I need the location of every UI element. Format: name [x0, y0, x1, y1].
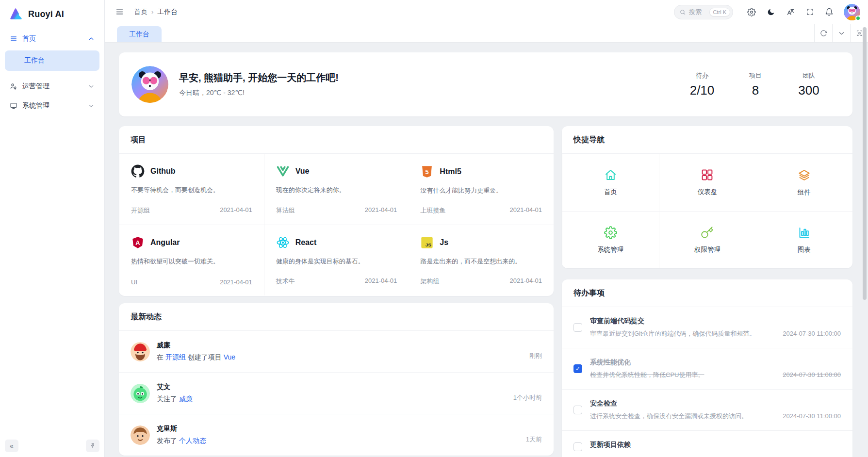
quick-nav-label: 首页 — [604, 188, 617, 196]
activity-avatar — [131, 425, 150, 445]
sidebar-item-system[interactable]: 系统管理 — [5, 96, 99, 115]
activity-link[interactable]: Vue — [224, 353, 235, 361]
stat-item: 团队 300 — [796, 71, 821, 98]
sidebar-item-operations[interactable]: 运营管理 — [5, 77, 99, 96]
activity-time: 1天前 — [526, 435, 542, 445]
activity-link[interactable]: 个人动态 — [179, 437, 206, 444]
tab-workbench[interactable]: 工作台 — [117, 26, 162, 42]
project-name: Html5 — [440, 167, 461, 176]
menu-icon — [10, 35, 17, 43]
todo-description: 进行系统安全检查，确保没有安全漏洞或未授权的访问。 — [590, 412, 777, 421]
todo-timestamp: 2024-07-30 11:00:00 — [783, 412, 841, 420]
todo-title: 安全检查 — [590, 399, 841, 408]
activity-link[interactable]: 威廉 — [179, 395, 193, 403]
project-item[interactable]: Angular 热情和欲望可以突破一切难关。 UI 2021-04-01 — [119, 225, 264, 295]
activity-line: 发布了 个人动态 — [157, 437, 206, 445]
activity-user-name: 艾文 — [157, 383, 193, 392]
user-avatar[interactable] — [844, 4, 860, 20]
quick-nav-item[interactable]: 仪表盘 — [659, 154, 756, 211]
quick-nav-grid: 首页 仪表盘 组件 — [562, 154, 852, 268]
sidebar-item-workbench[interactable]: 工作台 — [5, 50, 99, 71]
quick-nav-item[interactable]: 图表 — [755, 211, 852, 268]
sidebar-collapse-button[interactable]: « — [5, 440, 18, 452]
activities-list: 威廉 在 开源组 创建了项目 Vue 刚刚 艾文 — [119, 331, 554, 456]
todo-checkbox[interactable]: ✓ — [573, 442, 582, 451]
notifications-button[interactable] — [821, 4, 837, 20]
refresh-tab-button[interactable] — [814, 24, 832, 42]
todo-title: 系统性能优化 — [590, 358, 841, 367]
welcome-title: 早安, 熊猫助手, 开始您一天的工作吧! — [179, 71, 339, 84]
sidebar-item-home[interactable]: 首页 — [5, 29, 99, 49]
dark-mode-button[interactable] — [763, 4, 779, 20]
todo-title: 审查前端代码提交 — [590, 317, 841, 326]
project-item[interactable]: Js 路是走出来的，而不是空想出来的。 架构组 2021-04-01 — [409, 225, 554, 295]
project-logo-icon — [131, 236, 145, 249]
pin-icon — [89, 442, 96, 449]
project-item[interactable]: Html5 没有什么才能比努力更重要。 上班摸鱼 2021-04-01 — [409, 154, 554, 225]
refresh-icon — [820, 30, 827, 37]
todo-item: ✓ 审查前端代码提交 审查最近提交到Git仓库的前端代码，确保代码质量和规范。 … — [562, 307, 852, 348]
quick-nav-item[interactable]: 组件 — [755, 154, 852, 211]
activity-link[interactable]: 开源组 — [165, 353, 186, 361]
quick-nav-item[interactable]: 系统管理 — [562, 211, 659, 268]
expand-icon — [856, 30, 863, 37]
language-button[interactable] — [783, 4, 798, 20]
project-item[interactable]: React 健康的身体是实现目标的基石。 技术牛 2021-04-01 — [264, 225, 409, 295]
app-title: Ruoyi AI — [28, 9, 64, 19]
sidebar-item-label: 运营管理 — [22, 82, 49, 91]
project-date: 2021-04-01 — [220, 278, 252, 286]
quick-nav-item[interactable]: 权限管理 — [659, 211, 756, 268]
activity-line: 关注了 威廉 — [157, 395, 193, 404]
project-description: 不要等待机会，而要创造机会。 — [131, 186, 252, 195]
left-column: 项目 Github 不要等待机会，而要创造机会。 — [119, 126, 554, 457]
tab-options-button[interactable] — [832, 24, 850, 42]
top-header: 首页 › 工作台 搜索 Ctrl K — [105, 0, 868, 24]
project-header: Js — [420, 236, 542, 249]
activities-card: 最新动态 威廉 在 开源组 创建了项目 Vue 刚刚 — [119, 303, 554, 456]
sidebar-footer: « — [0, 435, 104, 457]
stat-item: 项目 8 — [743, 71, 768, 98]
breadcrumb-home[interactable]: 首页 — [134, 8, 147, 16]
stat-label: 团队 — [796, 71, 821, 80]
settings-button[interactable] — [744, 4, 759, 20]
quick-nav-label: 图表 — [798, 245, 811, 254]
quick-nav-icon — [604, 168, 617, 181]
sidebar-toggle-button[interactable] — [112, 4, 127, 20]
project-group: 技术牛 — [276, 277, 295, 286]
todo-body: 安全检查 进行系统安全检查，确保没有安全漏洞或未授权的访问。 2024-07-3… — [590, 399, 841, 421]
project-item[interactable]: Vue 现在的你决定将来的你。 算法组 2021-04-01 — [264, 154, 409, 225]
todo-checkbox[interactable]: ✓ — [573, 323, 582, 332]
activities-card-title: 最新动态 — [119, 303, 554, 331]
projects-card: 项目 Github 不要等待机会，而要创造机会。 — [119, 126, 554, 296]
sidebar-pin-button[interactable] — [86, 440, 99, 452]
project-date: 2021-04-01 — [365, 277, 397, 286]
scrollbar-thumb[interactable] — [863, 27, 867, 300]
project-header: Html5 — [420, 165, 542, 179]
project-description: 热情和欲望可以突破一切难关。 — [131, 257, 252, 266]
quick-nav-title: 快捷导航 — [562, 126, 852, 154]
fullscreen-button[interactable] — [802, 4, 818, 20]
project-footer: 算法组 2021-04-01 — [276, 206, 397, 215]
quick-nav-label: 仪表盘 — [698, 188, 718, 196]
todo-checkbox[interactable]: ✓ — [573, 406, 582, 414]
breadcrumb-separator: › — [151, 8, 153, 16]
todo-description: 审查最近提交到Git仓库的前端代码，确保代码质量和规范。 — [590, 329, 777, 338]
sidebar-item-label: 系统管理 — [22, 101, 49, 110]
app-logo: Ruoyi AI — [0, 3, 104, 25]
activity-avatar — [131, 342, 150, 361]
project-footer: 技术牛 2021-04-01 — [276, 277, 397, 286]
search-shortcut-badge: Ctrl K — [709, 8, 731, 16]
quick-nav-item[interactable]: 首页 — [562, 154, 659, 211]
todo-item: ✓ 更新项目依赖 — [562, 430, 852, 457]
todo-list: ✓ 审查前端代码提交 审查最近提交到Git仓库的前端代码，确保代码质量和规范。 … — [562, 307, 852, 457]
stat-value: 8 — [743, 83, 768, 98]
search-input[interactable]: 搜索 Ctrl K — [674, 5, 733, 19]
todo-card-title: 待办事项 — [562, 279, 852, 307]
todo-checkbox[interactable]: ✓ — [573, 364, 582, 373]
dashboard-grid: 项目 Github 不要等待机会，而要创造机会。 — [119, 126, 852, 457]
project-header: Vue — [276, 164, 397, 178]
project-item[interactable]: Github 不要等待机会，而要创造机会。 开源组 2021-04-01 — [119, 154, 264, 225]
chevron-down-icon — [88, 83, 95, 90]
quick-nav-label: 系统管理 — [597, 245, 623, 254]
todo-description: 检查并优化系统性能，降低CPU使用率。 — [590, 371, 777, 379]
